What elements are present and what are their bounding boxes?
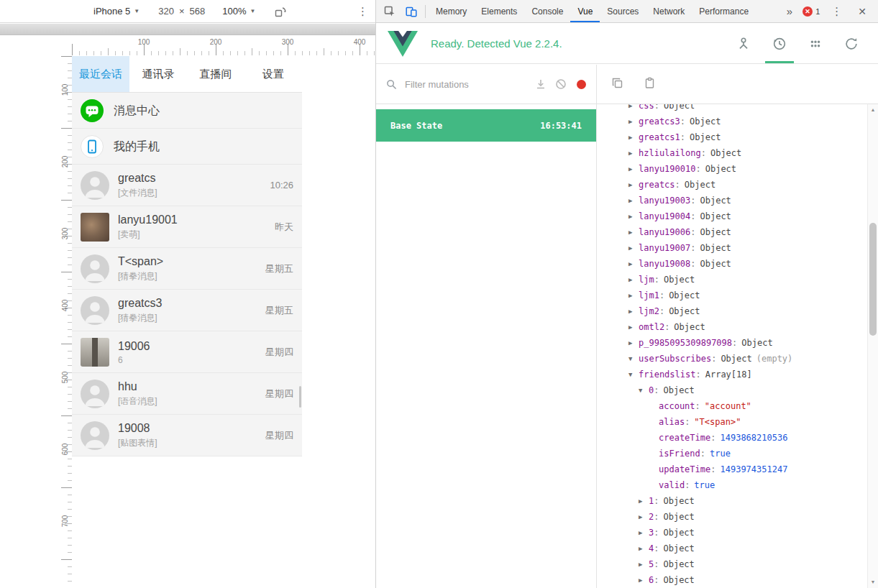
expand-arrow-icon[interactable]: ▶ <box>639 525 649 541</box>
tree-row[interactable]: ▶lanyu19004:Object <box>597 208 867 224</box>
tree-row[interactable]: ▶4:Object <box>597 541 867 556</box>
expand-arrow-icon[interactable]: ▶ <box>628 114 639 129</box>
conversation-row[interactable]: 19008[贴图表情]星期四 <box>72 415 302 456</box>
expand-arrow-icon[interactable]: ▶ <box>628 335 639 351</box>
tree-row[interactable]: ▶lanyu19006:Object <box>597 224 867 240</box>
tab-refresh[interactable] <box>833 24 869 63</box>
clear-log-button[interactable] <box>555 78 567 90</box>
devtools-tab-console[interactable]: Console <box>524 0 570 22</box>
expand-arrow-icon[interactable]: ▶ <box>628 224 639 240</box>
tree-row[interactable]: ▶3:Object <box>597 525 867 541</box>
expand-arrow-icon[interactable]: ▶ <box>628 208 639 224</box>
zoom-select[interactable]: 100% ▼ <box>222 6 255 17</box>
tree-row[interactable]: alias:"T<span>" <box>597 414 867 430</box>
tree-row[interactable]: ▶lanyu190010:Object <box>597 161 867 177</box>
list-item[interactable]: 消息中心 <box>72 93 302 129</box>
more-tabs-button[interactable]: » <box>781 5 798 17</box>
tree-row[interactable]: ▶1:Object <box>597 493 867 509</box>
tree-row[interactable]: ▼userSubscribes:Object(empty) <box>597 351 867 367</box>
state-scrollbar[interactable]: ▲ ▼ <box>867 104 878 588</box>
conversation-row[interactable]: greatcs[文件消息]10:26 <box>72 165 302 206</box>
base-state-entry[interactable]: Base State 16:53:41 <box>376 109 596 142</box>
conversation-row[interactable]: lanyu19001[卖萌]昨天 <box>72 206 302 248</box>
device-toolbar-menu-icon[interactable]: ⋮ <box>350 5 375 18</box>
tab-components[interactable] <box>726 24 762 63</box>
tree-row[interactable]: ▼0:Object <box>597 382 867 398</box>
conversation-row[interactable]: hhu[语音消息]星期四 <box>72 373 302 415</box>
list-item[interactable]: 我的手机 <box>72 129 302 165</box>
tree-row[interactable]: createTime:1493868210536 <box>597 430 867 446</box>
tree-row[interactable]: ▶lanyu19007:Object <box>597 240 867 256</box>
expand-arrow-icon[interactable]: ▶ <box>639 541 649 556</box>
expand-arrow-icon[interactable]: ▶ <box>628 193 639 208</box>
tree-row[interactable]: ▶greatcs1:Object <box>597 129 867 145</box>
error-badge[interactable]: ✕ 1 <box>802 6 820 17</box>
tree-row[interactable]: valid:true <box>597 477 867 493</box>
devtools-tab-memory[interactable]: Memory <box>429 0 474 22</box>
expand-arrow-icon[interactable]: ▶ <box>628 303 639 319</box>
device-select[interactable]: iPhone 5 ▼ <box>93 6 140 17</box>
tree-row[interactable]: updateTime:1493974351247 <box>597 461 867 477</box>
close-icon[interactable]: ✕ <box>849 6 875 17</box>
app-tab[interactable]: 通讯录 <box>129 56 187 92</box>
import-state-button[interactable] <box>644 77 656 92</box>
expand-arrow-icon[interactable]: ▶ <box>639 509 649 525</box>
expand-arrow-icon[interactable]: ▶ <box>639 493 649 509</box>
tree-row[interactable]: ▶ljm2:Object <box>597 303 867 319</box>
tree-row[interactable]: isFriend:true <box>597 446 867 461</box>
scroll-down-icon[interactable]: ▼ <box>868 576 878 587</box>
conversation-row[interactable]: T<span>[猜拳消息]星期五 <box>72 248 302 290</box>
export-button[interactable] <box>535 78 547 90</box>
expand-arrow-icon[interactable]: ▶ <box>628 145 639 161</box>
expand-arrow-icon[interactable]: ▼ <box>628 351 639 367</box>
conversation-row[interactable]: 190066星期四 <box>72 331 302 373</box>
conversation-row[interactable]: greatcs3[猜拳消息]星期五 <box>72 290 302 331</box>
devtools-tab-vue[interactable]: Vue <box>570 0 600 22</box>
expand-arrow-icon[interactable]: ▶ <box>628 319 639 335</box>
expand-arrow-icon[interactable]: ▶ <box>628 272 639 288</box>
copy-state-button[interactable] <box>611 77 623 92</box>
expand-arrow-icon[interactable]: ▶ <box>628 177 639 193</box>
tab-vuex-history[interactable] <box>762 24 797 63</box>
expand-arrow-icon[interactable]: ▶ <box>639 572 649 588</box>
tree-row[interactable]: ▶greatcs:Object <box>597 177 867 193</box>
tab-events[interactable] <box>797 24 833 63</box>
devtools-tab-sources[interactable]: Sources <box>600 0 646 22</box>
scroll-up-icon[interactable]: ▲ <box>868 104 878 114</box>
scrollbar-thumb[interactable] <box>869 223 877 336</box>
expand-arrow-icon[interactable]: ▶ <box>639 556 649 572</box>
tree-row[interactable]: ▶lanyu19008:Object <box>597 256 867 272</box>
media-query-bar[interactable] <box>0 24 375 35</box>
app-scrollbar-thumb[interactable] <box>299 386 301 408</box>
app-tab[interactable]: 最近会话 <box>72 56 129 92</box>
expand-arrow-icon[interactable]: ▼ <box>639 382 649 398</box>
expand-arrow-icon[interactable]: ▼ <box>628 367 639 382</box>
tree-row[interactable]: ▶p_9985095309897098:Object <box>597 335 867 351</box>
tree-row[interactable]: account:"account" <box>597 398 867 414</box>
tree-row[interactable]: ▶css:Object <box>597 104 867 114</box>
device-width[interactable]: 320 <box>158 6 174 17</box>
expand-arrow-icon[interactable]: ▶ <box>628 256 639 272</box>
tree-row[interactable]: ▶5:Object <box>597 556 867 572</box>
devtools-tab-performance[interactable]: Performance <box>692 0 756 22</box>
devtools-menu-icon[interactable]: ⋮ <box>824 5 849 18</box>
device-toolbar-toggle-button[interactable] <box>401 0 422 22</box>
filter-mutations-input[interactable] <box>403 78 526 91</box>
tree-row[interactable]: ▶omtl2:Object <box>597 319 867 335</box>
tree-row[interactable]: ▶2:Object <box>597 509 867 525</box>
tree-row[interactable]: ▶lanyu19003:Object <box>597 193 867 208</box>
expand-arrow-icon[interactable]: ▶ <box>628 129 639 145</box>
tree-row[interactable]: ▶ljm:Object <box>597 272 867 288</box>
app-tab[interactable]: 直播间 <box>187 56 244 92</box>
tree-row[interactable]: ▶6:Object <box>597 572 867 588</box>
expand-arrow-icon[interactable]: ▶ <box>628 161 639 177</box>
tree-row[interactable]: ▶greatcs3:Object <box>597 114 867 129</box>
app-tab[interactable]: 设置 <box>244 56 302 92</box>
rotate-device-button[interactable] <box>274 5 287 18</box>
device-height[interactable]: 568 <box>190 6 206 17</box>
expand-arrow-icon[interactable]: ▶ <box>628 288 639 303</box>
tree-row[interactable]: ▶ljm1:Object <box>597 288 867 303</box>
devtools-tab-network[interactable]: Network <box>646 0 692 22</box>
tree-row[interactable]: ▼friendslist:Array[18] <box>597 367 867 382</box>
expand-arrow-icon[interactable]: ▶ <box>628 240 639 256</box>
